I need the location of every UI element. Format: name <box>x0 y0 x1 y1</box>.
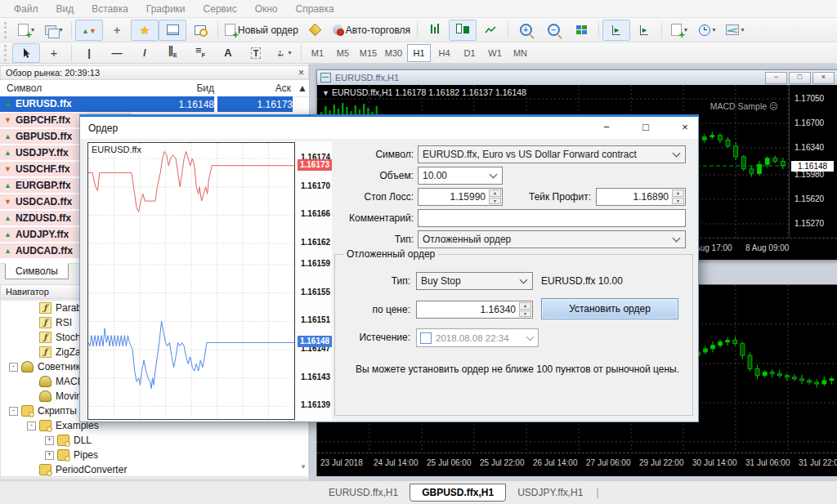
table-row[interactable]: ▲EURUSD.ffx1.161481.16173 <box>0 96 294 113</box>
dropdown-arrow-icon[interactable]: ▾ <box>713 26 716 33</box>
line-chart-button[interactable] <box>477 20 504 41</box>
auto-scroll-button[interactable]: ▸ <box>602 20 630 41</box>
vertical-line-tool[interactable]: | <box>75 43 103 63</box>
dropdown-arrow-icon[interactable]: ▾ <box>288 49 291 56</box>
fibonacci-tool[interactable]: ≡F <box>186 43 214 63</box>
menu-item-Графики[interactable]: Графики <box>137 2 195 16</box>
scroll-down-icon[interactable]: ▼ <box>300 463 307 471</box>
pending-type-combobox[interactable]: Buy Stop <box>416 272 533 290</box>
spinner-buttons[interactable]: ▲▼ <box>672 190 684 204</box>
zoom-out-button[interactable]: − <box>539 20 567 41</box>
close-icon[interactable]: × <box>298 67 304 78</box>
timeframe-M1[interactable]: M1 <box>306 44 329 62</box>
text-tool[interactable]: A <box>214 43 242 63</box>
dropdown-arrow-icon[interactable]: ▾ <box>741 26 745 33</box>
market-watch-toggle[interactable]: ▲▼ <box>75 20 103 41</box>
timeframe-MN[interactable]: MN <box>508 44 532 62</box>
crosshair-icon: + <box>51 47 58 58</box>
toolbar-separator <box>417 22 418 38</box>
new-order-button[interactable]: Новый ордер <box>222 20 302 41</box>
menu-item-Файл[interactable]: Файл <box>5 2 47 16</box>
chart-shift-button[interactable]: ▸ <box>630 20 658 41</box>
navigator-toggle[interactable]: ★ <box>131 20 159 41</box>
take-profit-field[interactable]: 1.16890 ▲▼ <box>596 188 686 206</box>
arrows-tool[interactable]: ↔↕▾ <box>270 43 298 63</box>
autotrading-button[interactable]: Авто-торговля <box>329 20 414 41</box>
zoom-in-button[interactable]: + <box>512 20 539 41</box>
toolbar-grip[interactable] <box>4 22 9 38</box>
horizontal-line-tool[interactable]: — <box>103 43 131 63</box>
expand-icon[interactable]: + <box>45 451 54 460</box>
terminal-toggle[interactable] <box>159 20 186 41</box>
stop-loss-field[interactable]: 1.15990 ▲▼ <box>418 188 503 206</box>
scroll-up-icon[interactable]: ▲ <box>298 83 307 94</box>
down-arrow-icon: ▼ <box>4 116 11 124</box>
timeframe-M5[interactable]: M5 <box>331 44 355 62</box>
tile-windows-button[interactable] <box>567 20 595 41</box>
close-button[interactable]: × <box>672 119 698 136</box>
chevron-down-icon <box>490 171 498 179</box>
tab-symbols[interactable]: Символы <box>5 263 69 279</box>
indicators-button[interactable]: ▾ <box>665 20 693 41</box>
tree-item[interactable]: +Pipes <box>1 448 308 462</box>
chart-tab-EURUSD.ffx,H1[interactable]: EURUSD.ffx,H1 <box>317 484 410 501</box>
timeframe-H4[interactable]: H4 <box>432 44 456 62</box>
symbol-combobox[interactable]: EURUSD.ffx, Euro vs US Dollar Forward co… <box>418 145 686 163</box>
menu-item-Сервис[interactable]: Сервис <box>195 2 246 16</box>
tick-chart[interactable] <box>87 142 295 420</box>
tree-item[interactable]: +DLL <box>1 433 308 448</box>
order-type-combobox[interactable]: Отложенный ордер <box>418 230 686 248</box>
expiry-checkbox[interactable] <box>420 332 432 344</box>
current-price-badge: 1.16148 <box>791 161 834 172</box>
new-chart-button[interactable]: ▾ <box>12 20 40 41</box>
chart-tab-GBPUSD.ffx,H1[interactable]: GBPUSD.ffx,H1 <box>410 484 506 502</box>
place-order-button[interactable]: Установить ордер <box>541 298 678 319</box>
timeframe-M15[interactable]: M15 <box>356 44 380 62</box>
timeframe-M30[interactable]: M30 <box>382 44 405 62</box>
timeframe-D1[interactable]: D1 <box>458 44 481 62</box>
metaeditor-button[interactable] <box>302 20 329 41</box>
collapse-icon[interactable]: - <box>27 421 36 430</box>
tree-item-label: Советники <box>38 361 86 372</box>
market-watch-header: Обзор рынка: 20:39:13 × <box>0 65 309 80</box>
price-field[interactable]: 1.16340 ▲▼ <box>416 301 533 319</box>
toolbar-grip[interactable] <box>4 45 9 61</box>
symbol-menu-icon[interactable]: ▼ <box>322 89 329 97</box>
menu-item-Вид[interactable]: Вид <box>47 2 83 16</box>
strategy-tester-button[interactable] <box>186 20 214 41</box>
restore-button[interactable]: □ <box>789 72 811 84</box>
crosshair-tool[interactable]: + <box>40 43 68 63</box>
trendline-tool[interactable]: / <box>131 43 159 63</box>
close-button[interactable]: × <box>812 72 835 84</box>
chart-tab-USDJPY.ffx,H1[interactable]: USDJPY.ffx,H1 <box>506 484 594 501</box>
volume-combobox[interactable]: 10.00 <box>418 167 503 185</box>
text-label-tool[interactable]: T <box>242 43 270 63</box>
collapse-icon[interactable]: - <box>9 363 18 372</box>
minimize-button[interactable]: − <box>765 72 787 84</box>
timeframe-H1[interactable]: H1 <box>407 44 431 62</box>
expiry-field[interactable]: 2018.08.08 22:34 <box>416 328 539 347</box>
profiles-button[interactable]: ▾ <box>40 20 68 41</box>
bar-chart-button[interactable] <box>421 20 449 41</box>
equidistant-channel-tool[interactable]: ∥E <box>159 43 186 63</box>
templates-button[interactable]: ▾ <box>721 20 749 41</box>
timeframe-W1[interactable]: W1 <box>483 44 507 62</box>
minimize-button[interactable]: − <box>593 119 620 136</box>
tree-item[interactable]: PeriodConverter <box>1 462 308 477</box>
spinner-buttons[interactable]: ▲▼ <box>519 302 531 317</box>
comment-input[interactable] <box>418 209 686 227</box>
data-window-button[interactable]: + <box>103 20 131 41</box>
menu-item-Справка[interactable]: Справка <box>287 2 343 16</box>
collapse-icon[interactable]: - <box>9 407 18 416</box>
candlestick-chart-button[interactable] <box>449 20 477 41</box>
cursor-tool[interactable] <box>12 43 40 63</box>
toolbar-separator <box>71 45 72 61</box>
menu-item-Окно[interactable]: Окно <box>246 2 287 16</box>
menu-item-Вставка[interactable]: Вставка <box>83 2 137 16</box>
expand-icon[interactable]: + <box>45 436 54 445</box>
scr-icon <box>57 435 69 446</box>
scr-icon <box>57 449 69 461</box>
maximize-button[interactable]: □ <box>633 119 659 136</box>
window-title-bar[interactable]: EURUSD.ffx,H1 − □ × <box>317 70 837 85</box>
periods-button[interactable]: ▾ <box>693 20 721 41</box>
